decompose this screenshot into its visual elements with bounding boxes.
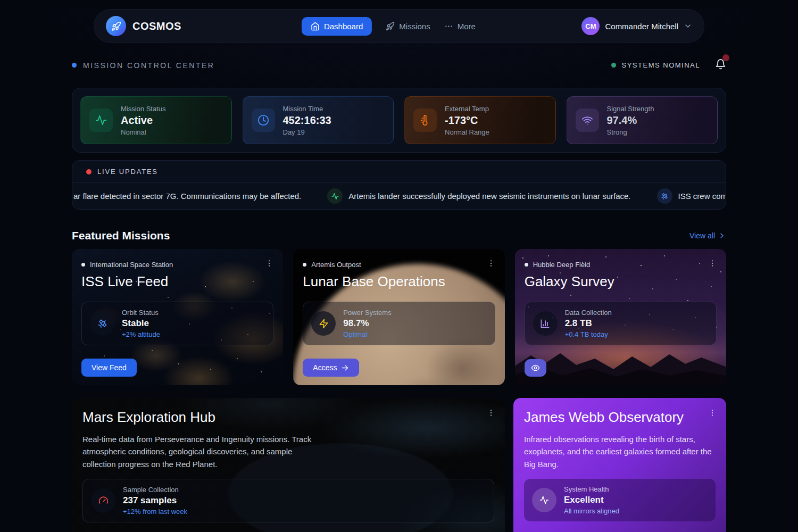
nav-tab-label: Missions [399, 22, 430, 31]
rocket-logo-icon [106, 16, 126, 36]
live-updates-panel: LIVE UPDATES ar flare detected in sector… [72, 160, 726, 210]
rocket-icon [386, 22, 395, 31]
nav-tab-more[interactable]: More [444, 22, 476, 31]
stat-value: Active [121, 114, 166, 127]
satellite-icon [90, 311, 114, 336]
zap-icon [311, 311, 336, 336]
nav-tab-label: More [458, 22, 476, 31]
home-icon [311, 22, 320, 31]
live-updates-header: LIVE UPDATES [72, 161, 726, 183]
stat-label: Mission Time [283, 105, 331, 113]
chevron-down-icon [684, 22, 692, 30]
systems-status-label: SYSTEMS NOMINAL [622, 61, 700, 69]
stat-value: 237 samples [123, 495, 187, 506]
stat-delta: Optimal [343, 330, 391, 338]
stat-sub: Day 19 [283, 128, 331, 136]
stat-delta: +0.4 TB today [565, 330, 612, 338]
stat-delta: +2% altitude [122, 330, 160, 338]
mission-stat-panel: Power Systems 98.7% Optimal [303, 302, 495, 345]
card-description: Infrared observations revealing the birt… [524, 433, 716, 470]
wifi-icon [576, 109, 599, 132]
stats-panel: Mission Status Active Nominal Mission Ti… [72, 88, 726, 153]
stat-value: Stable [122, 318, 160, 329]
kebab-menu-icon[interactable] [487, 259, 495, 270]
stat-card-mission-status: Mission Status Active Nominal [80, 96, 232, 144]
button-label: Access [313, 363, 337, 372]
activity-icon [532, 488, 556, 512]
ticker-item: ar flare detected in sector 7G. Communic… [73, 192, 301, 201]
mission-title: Galaxy Survey [525, 273, 717, 290]
kebab-menu-icon[interactable] [708, 259, 717, 270]
tag-dot [303, 263, 306, 267]
stat-value: 2.8 TB [565, 318, 612, 329]
james-webb-card[interactable]: James Webb Observatory Infrared observat… [513, 398, 726, 532]
kebab-menu-icon[interactable] [487, 409, 495, 419]
chevron-right-icon [718, 231, 726, 240]
cosmos-dashboard: COSMOS Dashboard Missions More [0, 9, 798, 532]
mars-exploration-card[interactable]: Mars Exploration Hub Real-time data from… [72, 398, 505, 532]
live-dot [86, 169, 92, 174]
satellite-icon [657, 188, 672, 204]
kebab-menu-icon[interactable] [265, 259, 273, 270]
stat-card-mission-time: Mission Time 452:16:33 Day 19 [243, 96, 394, 144]
mission-card-iss[interactable]: International Space Station ISS Live Fee… [72, 249, 283, 385]
arrow-right-icon [341, 364, 349, 372]
ticker-text: ar flare detected in sector 7G. Communic… [73, 192, 301, 201]
tag-dot [81, 263, 85, 267]
stat-value: 97.4% [607, 114, 654, 127]
mission-tag: Artemis Outpost [311, 261, 361, 269]
mountain-silhouette [515, 344, 726, 385]
section-title: Featured Missions [72, 229, 170, 242]
stat-label: Signal Strength [607, 105, 654, 113]
view-all-link[interactable]: View all [689, 231, 726, 240]
stat-label: System Health [564, 485, 619, 493]
mission-card-galaxy[interactable]: Hubble Deep Field Galaxy Survey Data Col… [515, 249, 726, 385]
stat-label: Power Systems [343, 309, 391, 317]
avatar: CM [581, 17, 600, 35]
kebab-menu-icon[interactable] [708, 409, 717, 419]
eye-icon [531, 363, 540, 372]
stat-value: 452:16:33 [283, 114, 331, 127]
bottom-row: Mars Exploration Hub Real-time data from… [72, 398, 726, 532]
nav-tab-dashboard[interactable]: Dashboard [302, 17, 372, 36]
mission-title: Lunar Base Operations [303, 273, 495, 290]
top-nav: COSMOS Dashboard Missions More [94, 9, 704, 43]
featured-missions-header: Featured Missions View all [72, 229, 726, 242]
view-feed-button[interactable]: View Feed [81, 359, 137, 377]
mission-stat-panel: Orbit Status Stable +2% altitude [81, 302, 273, 345]
mission-title: ISS Live Feed [81, 273, 273, 290]
stat-card-signal-strength: Signal Strength 97.4% Strong [567, 96, 718, 144]
stat-label: Data Collection [565, 309, 612, 317]
access-button[interactable]: Access [303, 359, 359, 377]
status-row: MISSION CONTROL CENTER SYSTEMS NOMINAL [72, 59, 726, 72]
ticker-text: Artemis lander successfully deployed new… [348, 192, 630, 201]
stat-delta: +12% from last week [123, 508, 187, 516]
page-title: MISSION CONTROL CENTER [83, 61, 214, 70]
stat-sub: Normal Range [445, 128, 489, 136]
stat-value: -173°C [445, 114, 489, 127]
activity-icon [327, 188, 343, 204]
stat-sub: Strong [607, 128, 654, 136]
mission-tag: International Space Station [90, 261, 173, 269]
thermometer-icon [413, 109, 437, 132]
stat-sub: Nominal [121, 128, 166, 136]
page-title-group: MISSION CONTROL CENTER [72, 61, 214, 70]
notifications-button[interactable] [715, 59, 726, 72]
mission-stat-panel: Data Collection 2.8 TB +0.4 TB today [525, 302, 717, 345]
brand[interactable]: COSMOS [106, 16, 181, 36]
card-title: James Webb Observatory [524, 409, 716, 426]
nav-tab-missions[interactable]: Missions [386, 22, 430, 31]
ticker-item: ISS crew completes critical E [657, 188, 726, 204]
stat-label: External Temp [445, 105, 489, 113]
user-menu[interactable]: CM Commander Mitchell [581, 17, 692, 35]
nav-links: Dashboard Missions More [302, 10, 476, 43]
clock-icon [252, 109, 275, 132]
mission-card-lunar[interactable]: Artemis Outpost Lunar Base Operations Po… [293, 249, 504, 385]
stat-label: Sample Collection [123, 486, 187, 494]
news-ticker: ar flare detected in sector 7G. Communic… [72, 183, 726, 209]
mission-tag: Hubble Deep Field [533, 261, 591, 269]
notification-badge [722, 54, 729, 61]
card-title: Mars Exploration Hub [82, 409, 494, 426]
tag-dot [525, 263, 528, 267]
view-galaxy-eye-button[interactable] [525, 359, 546, 377]
